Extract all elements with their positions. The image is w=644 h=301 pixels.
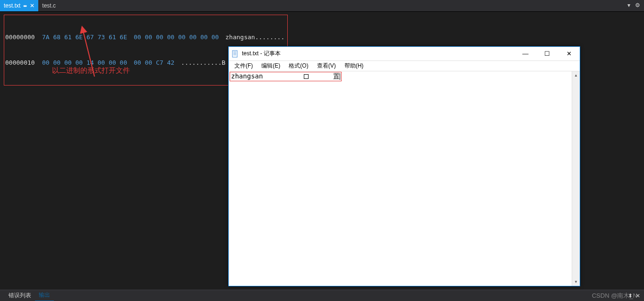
text-content: zhangsan bbox=[231, 72, 263, 80]
close-icon[interactable]: ✕ bbox=[30, 2, 34, 9]
notepad-highlighted-text: zhangsan 置 bbox=[230, 72, 342, 81]
menu-format[interactable]: 格式(O) bbox=[285, 61, 312, 71]
tab-bar: test.txt ⬌ ✕ test.c ▾ ⚙ bbox=[0, 0, 644, 12]
tab-test-txt[interactable]: test.txt ⬌ ✕ bbox=[0, 0, 38, 11]
tab-label: test.txt bbox=[4, 2, 20, 9]
menu-edit[interactable]: 编辑(E) bbox=[258, 61, 284, 71]
menu-file[interactable]: 文件(F) bbox=[231, 61, 257, 71]
close-button[interactable]: ✕ bbox=[558, 47, 580, 61]
scrollbar-vertical[interactable]: ▲ ▼ bbox=[572, 71, 580, 286]
scroll-up-icon[interactable]: ▲ bbox=[572, 71, 580, 79]
panel-tab-errors[interactable]: 错误列表 bbox=[5, 290, 35, 301]
text-content: 置 bbox=[333, 72, 340, 80]
notepad-titlebar[interactable]: test.txt - 记事本 — ☐ ✕ bbox=[229, 47, 580, 61]
dropdown-icon[interactable]: ▾ bbox=[627, 2, 630, 9]
hex-row: 00000000 7A 68 61 6E 67 73 61 6E 00 00 0… bbox=[5, 33, 284, 42]
notepad-app-icon bbox=[232, 50, 239, 58]
tab-test-c[interactable]: test.c bbox=[38, 0, 60, 11]
top-right-controls: ▾ ⚙ bbox=[627, 2, 640, 9]
notepad-title: test.txt - 记事本 bbox=[242, 50, 515, 58]
hex-ascii: zhangsan........ bbox=[225, 33, 284, 42]
maximize-button[interactable]: ☐ bbox=[536, 47, 558, 61]
notepad-window: test.txt - 记事本 — ☐ ✕ 文件(F) 编辑(E) 格式(O) 查… bbox=[228, 46, 580, 286]
window-controls: — ☐ ✕ bbox=[515, 47, 580, 61]
scroll-down-icon[interactable]: ▼ bbox=[572, 278, 580, 286]
hex-bytes: 00 00 00 00 00 00 00 00 bbox=[134, 33, 219, 42]
watermark: CSDN @南木_N bbox=[592, 292, 637, 300]
gear-icon[interactable]: ⚙ bbox=[635, 2, 640, 9]
hex-bytes: 00 00 C7 42 bbox=[134, 59, 174, 67]
menu-view[interactable]: 查看(V) bbox=[313, 61, 340, 71]
hex-offset: 00000000 bbox=[5, 33, 38, 42]
pin-icon[interactable]: ⬌ bbox=[23, 3, 27, 9]
bottom-panel: 错误列表 输出 ⬍ ✕ bbox=[0, 290, 644, 301]
hex-bytes: 7A 68 61 6E 67 73 61 6E bbox=[42, 33, 127, 42]
null-char-icon bbox=[304, 74, 309, 79]
annotation-text: 以二进制的形式打开文件 bbox=[52, 66, 130, 75]
panel-tab-output[interactable]: 输出 bbox=[35, 290, 54, 301]
notepad-text[interactable]: zhangsan 置 bbox=[229, 71, 580, 82]
hex-offset: 00000010 bbox=[5, 59, 38, 67]
notepad-menu-bar: 文件(F) 编辑(E) 格式(O) 查看(V) 帮助(H) bbox=[229, 61, 580, 71]
tab-label: test.c bbox=[42, 2, 56, 9]
notepad-content-area[interactable]: zhangsan 置 ▲ ▼ bbox=[229, 71, 580, 286]
menu-help[interactable]: 帮助(H) bbox=[341, 61, 368, 71]
minimize-button[interactable]: — bbox=[515, 47, 536, 61]
hex-ascii: ...........B bbox=[181, 59, 225, 67]
text-cursor bbox=[340, 73, 340, 80]
svg-rect-2 bbox=[232, 51, 237, 57]
